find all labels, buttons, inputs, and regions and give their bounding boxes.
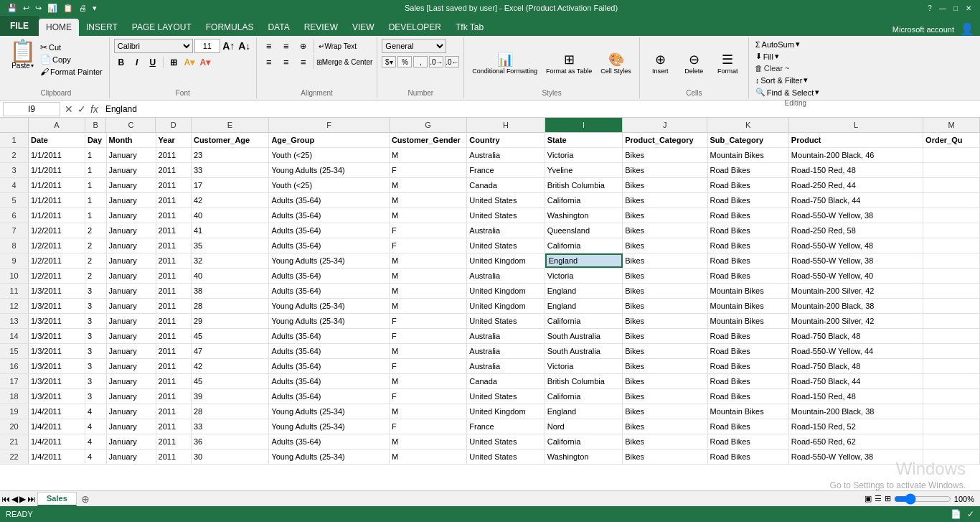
cell-C9[interactable]: January (107, 253, 156, 268)
cell-E19[interactable]: 28 (192, 404, 269, 419)
cell-D7[interactable]: 2011 (156, 223, 192, 238)
tab-data[interactable]: DATA (260, 19, 296, 36)
cell-C3[interactable]: January (107, 163, 156, 177)
cell-C10[interactable]: January (107, 269, 156, 283)
cell-J9[interactable]: Bikes (623, 253, 707, 268)
cell-A13[interactable]: 1/3/2011 (29, 314, 85, 328)
cell-K5[interactable]: Road Bikes (708, 193, 789, 208)
row-number-11[interactable]: 11 (0, 284, 29, 298)
cell-B14[interactable]: 3 (85, 329, 107, 343)
minimize-button[interactable]: — (937, 2, 948, 14)
cell-F18[interactable]: Adults (35-64) (269, 389, 390, 404)
cell-L12[interactable]: Mountain-200 Black, 38 (789, 299, 923, 313)
cell-A7[interactable]: 1/2/2011 (29, 223, 85, 238)
borders-button[interactable]: ⊞ (166, 55, 181, 70)
cell-M16[interactable] (923, 359, 980, 373)
cell-I2[interactable]: Victoria (545, 148, 623, 162)
font-color-button[interactable]: A▾ (198, 55, 212, 70)
cell-L10[interactable]: Road-550-W Yellow, 40 (789, 269, 923, 283)
cell-J8[interactable]: Bikes (623, 238, 707, 253)
cell-H10[interactable]: Australia (467, 269, 545, 283)
cell-D3[interactable]: 2011 (156, 163, 192, 177)
cell-H15[interactable]: Australia (467, 344, 545, 358)
cell-B18[interactable]: 3 (85, 389, 107, 404)
cell-C12[interactable]: January (107, 299, 156, 313)
cell-C14[interactable]: January (107, 329, 156, 343)
cell-A21[interactable]: 1/4/2011 (29, 434, 85, 449)
cell-E16[interactable]: 42 (192, 359, 269, 373)
cell-C22[interactable]: January (107, 449, 156, 464)
cell-L19[interactable]: Mountain-200 Black, 38 (789, 404, 923, 419)
row-number-6[interactable]: 6 (0, 208, 29, 223)
cell-D19[interactable]: 2011 (156, 404, 192, 419)
row-number-17[interactable]: 17 (0, 374, 29, 388)
cell-C4[interactable]: January (107, 178, 156, 192)
cell-L7[interactable]: Road-250 Red, 58 (789, 223, 923, 238)
cell-K10[interactable]: Road Bikes (708, 269, 789, 283)
cell-M2[interactable] (923, 148, 980, 162)
col-header-E[interactable]: E (192, 118, 269, 132)
cell-A20[interactable]: 1/4/2011 (29, 419, 85, 434)
cell-H21[interactable]: United States (467, 434, 545, 449)
cell-K15[interactable]: Road Bikes (708, 344, 789, 358)
cell-G10[interactable]: M (390, 269, 467, 283)
cell-A19[interactable]: 1/4/2011 (29, 404, 85, 419)
nav-last-sheet[interactable]: ⏭ (27, 494, 36, 504)
nav-next-sheet[interactable]: ▶ (19, 494, 26, 504)
cell-G6[interactable]: M (390, 208, 467, 223)
cell-D14[interactable]: 2011 (156, 329, 192, 343)
cell-J5[interactable]: Bikes (623, 193, 707, 208)
row-number-4[interactable]: 4 (0, 178, 29, 192)
nav-first-sheet[interactable]: ⏮ (1, 494, 10, 504)
cell-C6[interactable]: January (107, 208, 156, 223)
sheet-nav-buttons[interactable]: ⏮ ◀ ▶ ⏭ (0, 493, 37, 505)
align-left-btn[interactable]: ≡ (261, 55, 277, 69)
add-sheet-button[interactable]: ⊕ (77, 492, 94, 506)
row-number-5[interactable]: 5 (0, 193, 29, 208)
cell-D11[interactable]: 2011 (156, 284, 192, 298)
tab-formulas[interactable]: FORMULAS (199, 19, 261, 36)
cell-H6[interactable]: United States (467, 208, 545, 223)
cell-E11[interactable]: 38 (192, 284, 269, 298)
fill-button[interactable]: ⬇ Fill ▾ (753, 51, 781, 62)
cell-L6[interactable]: Road-550-W Yellow, 38 (789, 208, 923, 223)
cell-I19[interactable]: England (545, 404, 623, 419)
cell-F9[interactable]: Young Adults (25-34) (269, 253, 390, 268)
col-header-C[interactable]: C (106, 118, 156, 132)
number-format-select[interactable]: General (382, 39, 446, 53)
cell-C11[interactable]: January (107, 284, 156, 298)
decrease-decimal-btn[interactable]: .0← (445, 56, 459, 67)
cell-G15[interactable]: M (390, 344, 467, 358)
cell-G9[interactable]: M (390, 253, 467, 268)
cell-E3[interactable]: 33 (192, 163, 269, 177)
cell-J13[interactable]: Bikes (623, 314, 707, 328)
col-header-F[interactable]: F (269, 118, 390, 132)
cell-L11[interactable]: Mountain-200 Silver, 42 (789, 284, 923, 298)
insert-button[interactable]: ⊕ Insert (644, 50, 677, 77)
cell-F22[interactable]: Young Adults (25-34) (269, 449, 390, 464)
fill-color-button[interactable]: A▾ (182, 55, 197, 70)
cell-G1[interactable]: Customer_Gender (390, 133, 467, 147)
cell-I4[interactable]: British Columbia (545, 178, 623, 192)
cell-B10[interactable]: 2 (85, 269, 107, 283)
cell-L4[interactable]: Road-250 Red, 44 (789, 178, 923, 192)
window-controls[interactable]: ? — □ ✕ (924, 2, 974, 14)
cell-D20[interactable]: 2011 (156, 419, 192, 434)
col-header-D[interactable]: D (156, 118, 191, 132)
cell-F14[interactable]: Adults (35-64) (269, 329, 390, 343)
row-number-12[interactable]: 12 (0, 299, 29, 313)
cell-C1[interactable]: Month (107, 133, 156, 147)
cell-M8[interactable] (923, 238, 980, 253)
cell-J7[interactable]: Bikes (623, 223, 707, 238)
cell-B17[interactable]: 3 (85, 374, 107, 388)
clear-button[interactable]: 🗑 Clear ~ (753, 63, 791, 73)
bold-button[interactable]: B (114, 55, 128, 70)
cell-L1[interactable]: Product (789, 133, 923, 147)
save-icon[interactable]: 💾 (6, 4, 19, 13)
cell-B20[interactable]: 4 (85, 419, 107, 434)
delete-button[interactable]: ⊖ Delete (678, 50, 710, 77)
cell-J12[interactable]: Bikes (623, 299, 707, 313)
cell-F6[interactable]: Adults (35-64) (269, 208, 390, 223)
cell-D18[interactable]: 2011 (156, 389, 192, 404)
row-number-16[interactable]: 16 (0, 359, 29, 373)
